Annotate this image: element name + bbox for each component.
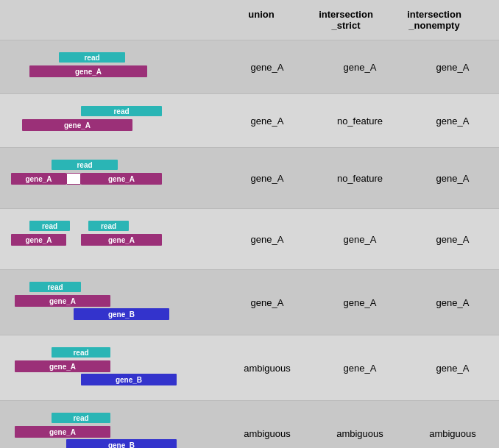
val-union-1: gene_A bbox=[221, 59, 314, 76]
val-nonempty-3: gene_A bbox=[406, 170, 499, 187]
val-union-3: gene_A bbox=[221, 170, 314, 187]
val-union-2: gene_A bbox=[221, 113, 314, 129]
geneA-bar: gene_A bbox=[29, 65, 147, 77]
table-row: read gene_A gene_B gene_A gene_A gene_A bbox=[0, 270, 499, 335]
geneA-bar-left: gene_A bbox=[11, 234, 66, 246]
geneA-bar: gene_A bbox=[15, 360, 110, 372]
val-union-5: gene_A bbox=[221, 294, 314, 311]
val-strict-3: no_feature bbox=[314, 170, 406, 187]
read-bar-right: read bbox=[88, 221, 129, 231]
geneA-bar: gene_A bbox=[15, 295, 110, 307]
visual-r4: read read gene_A gene_A bbox=[0, 216, 221, 262]
read-bar: read bbox=[29, 282, 81, 292]
val-strict-4: gene_A bbox=[314, 231, 406, 248]
val-nonempty-4: gene_A bbox=[406, 231, 499, 248]
table-row: read gene_A gene_A no_feature gene_A bbox=[0, 94, 499, 148]
geneA-bar: gene_A bbox=[22, 119, 132, 131]
main-table: union intersection_strict intersection_n… bbox=[0, 0, 499, 448]
geneA-bar-right: gene_A bbox=[81, 173, 162, 185]
val-union-4: gene_A bbox=[221, 231, 314, 248]
geneB-bar: gene_B bbox=[81, 374, 177, 385]
table-header: union intersection_strict intersection_n… bbox=[0, 0, 499, 40]
val-nonempty-2: gene_A bbox=[406, 113, 499, 129]
val-strict-1: gene_A bbox=[314, 59, 406, 76]
visual-r1: read gene_A bbox=[0, 48, 221, 86]
val-nonempty-1: gene_A bbox=[406, 59, 499, 76]
val-strict-2: no_feature bbox=[314, 113, 406, 129]
visual-r5: read gene_A gene_B bbox=[0, 277, 221, 327]
geneA-bar-right: gene_A bbox=[81, 234, 162, 246]
val-strict-6: gene_A bbox=[314, 360, 406, 377]
visual-r7: read gene_A gene_B bbox=[0, 408, 221, 448]
read-bar: read bbox=[52, 347, 110, 358]
table-row: read gene_A gene_B ambiguous gene_A gene… bbox=[0, 335, 499, 401]
read-bar: read bbox=[52, 160, 118, 170]
header-nonempty: intersection_nonempty bbox=[390, 6, 478, 34]
table-row: read gene_A gene_A gene_A no_feature gen… bbox=[0, 148, 499, 209]
val-nonempty-5: gene_A bbox=[406, 294, 499, 311]
header-visual bbox=[0, 6, 221, 34]
read-bar-left: read bbox=[29, 221, 70, 231]
gap-bar bbox=[66, 173, 81, 185]
table-row: read read gene_A gene_A gene_A gene_A ge… bbox=[0, 209, 499, 270]
table-row: read gene_A gene_B ambiguous ambiguous a… bbox=[0, 401, 499, 448]
visual-r6: read gene_A gene_B bbox=[0, 343, 221, 393]
geneA-bar-left: gene_A bbox=[11, 173, 66, 185]
geneB-bar: gene_B bbox=[66, 439, 177, 448]
val-strict-5: gene_A bbox=[314, 294, 406, 311]
visual-r2: read gene_A bbox=[0, 102, 221, 140]
geneA-bar: gene_A bbox=[15, 426, 110, 438]
val-union-6: ambiguous bbox=[221, 360, 314, 377]
table-row: read gene_A gene_A gene_A gene_A bbox=[0, 40, 499, 94]
read-bar: read bbox=[52, 413, 110, 423]
val-nonempty-6: gene_A bbox=[406, 360, 499, 377]
header-union: union bbox=[221, 6, 302, 34]
val-strict-7: ambiguous bbox=[314, 425, 406, 442]
geneB-bar: gene_B bbox=[74, 308, 169, 320]
read-bar: read bbox=[59, 52, 125, 63]
header-strict: intersection_strict bbox=[302, 6, 390, 34]
val-nonempty-7: ambiguous bbox=[406, 425, 499, 442]
val-union-7: ambiguous bbox=[221, 425, 314, 442]
visual-r3: read gene_A gene_A bbox=[0, 155, 221, 201]
read-bar: read bbox=[81, 106, 162, 116]
